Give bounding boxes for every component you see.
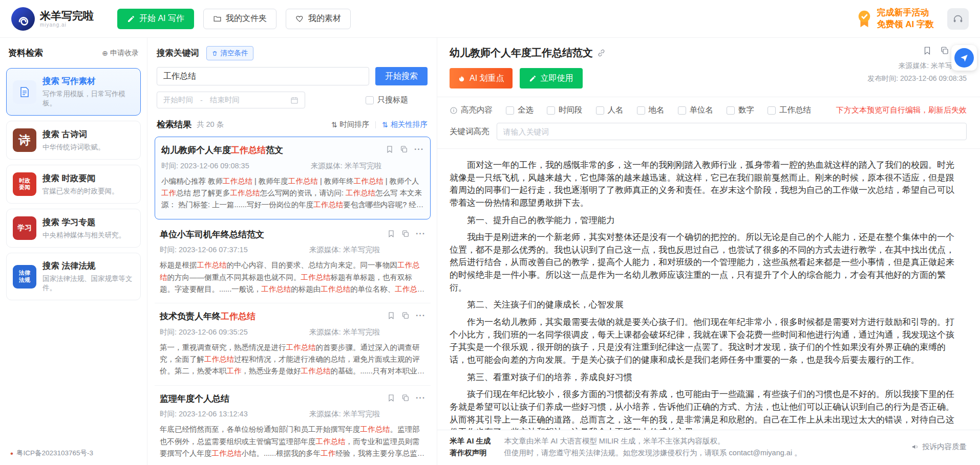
checkbox-icon — [506, 106, 514, 115]
copy-icon[interactable] — [401, 394, 410, 402]
result-source: 来源媒体: 米羊写完啦 — [309, 409, 380, 419]
my-material-button[interactable]: 我的素材 — [286, 9, 351, 29]
pencil-icon — [127, 15, 135, 23]
edit-note: 下方文本预览可自行编辑，刷新后失效 — [836, 105, 967, 115]
bookmark-icon[interactable] — [387, 312, 395, 320]
newbie-promo[interactable]: 完成新手活动 免费领 AI 字数 — [857, 7, 934, 31]
bookmark-icon[interactable] — [387, 394, 395, 402]
sort-by-relevance[interactable]: ⇅ 相关性排序 — [382, 120, 428, 129]
checkbox-icon — [637, 106, 645, 115]
title-only-checkbox[interactable]: 只搜标题 — [366, 95, 408, 105]
keyword-highlight-label: 关键词高亮 — [450, 126, 489, 137]
check-person-name[interactable]: 人名 — [596, 105, 624, 116]
logo-icon — [11, 7, 35, 31]
more-icon[interactable]: ··· — [416, 229, 425, 238]
preview-footer: 米羊 AI 生成 著作权声明 本文章由米羊 AI 大语言模型 MILIR 生成，… — [437, 430, 980, 465]
check-keyword-worksummary[interactable]: 工作总结 — [768, 105, 811, 116]
result-source: 来源媒体: 米羊写完啦 — [309, 245, 380, 255]
trash-icon — [211, 50, 218, 57]
results-count: 共 20 条 — [197, 120, 224, 129]
dot-icon: • — [10, 449, 13, 458]
copy-icon[interactable] — [401, 312, 410, 320]
brand[interactable]: 米羊写完啦 miyang.ai — [11, 7, 94, 31]
document-icon — [13, 80, 36, 104]
support-icon[interactable] — [947, 8, 969, 30]
paragraph: 第二、关注孩子们的健康成长，心智发展 — [450, 299, 956, 312]
result-card[interactable]: 监理年度个人总结 ··· 时间: 2023-12-06 13:12:43 来源媒… — [155, 386, 431, 465]
result-snippet: 年底已经悄然而至，各单位纷纷通知部门和员工开始撰写年度工作总结。监理部也不例外，… — [160, 424, 425, 459]
sidebar-item-laws-regulations[interactable]: 法律法规 搜索 法律法规 国家法律法规、国家规章等文件。 — [6, 253, 141, 300]
copy-icon[interactable] — [400, 145, 408, 153]
sidebar-item-ancient-poetry[interactable]: 诗 搜索 古诗词 中华传统诗词歌赋。 — [6, 121, 141, 160]
more-icon[interactable]: ··· — [416, 393, 425, 403]
result-snippet: 标题是根据工作总结的中心内容、目的要求、总结方向来定。同一事物因工作总结的方向—… — [160, 259, 425, 295]
date-range-input[interactable]: 开始时间 - 结束时间 — [157, 92, 305, 108]
checkbox-icon — [768, 106, 776, 115]
promo-line2: 免费领 AI 字数 — [877, 19, 934, 31]
bookmark-icon[interactable] — [386, 145, 394, 153]
my-folder-button[interactable]: 我的文件夹 — [203, 9, 276, 29]
article-content[interactable]: 面对这一年的工作，我的感慨非常的多，这一年的我刚刚踏入教师行业，孤身带着一腔的热… — [437, 149, 980, 430]
copy-icon[interactable] — [940, 46, 949, 55]
search-input[interactable] — [157, 67, 369, 85]
disclaimer-line1: 本文章由米羊 AI 大语言模型 MILIR 生成，米羊不主张其内容版权。 — [504, 435, 802, 447]
check-select-all[interactable]: 全选 — [506, 105, 534, 116]
preview-panel: 幼儿教师个人年度工作总结范文 AI 划重点 立即使用 — [437, 38, 980, 465]
clear-conditions-button[interactable]: 清空条件 — [206, 46, 253, 60]
result-card[interactable]: 技术负责人年终工作总结 ··· 时间: 2023-12-06 09:35:25 … — [155, 303, 431, 386]
paragraph: 我由于是刚进来的一个新老师，其实对整体还是没有一个确切的把控的。所以无论是自己的… — [450, 231, 956, 294]
preview-publish-time: 发布时间: 2023-12-06 09:08:35 — [867, 72, 967, 85]
calendar-icon — [290, 96, 299, 104]
study-icon: 学习 — [13, 216, 36, 240]
brand-name: 米羊写完啦 — [40, 10, 94, 21]
search-button[interactable]: 开始搜索 — [375, 67, 428, 85]
more-icon[interactable]: ··· — [416, 311, 425, 320]
plus-circle-icon: ⊕ — [102, 49, 108, 57]
checkbox-icon — [547, 106, 555, 115]
pencil-icon — [529, 75, 537, 82]
search-keyword-label: 搜索关键词 — [157, 48, 199, 59]
checkbox-icon — [596, 106, 604, 115]
result-time: 时间: 2023-12-06 09:35:25 — [160, 327, 248, 337]
bookmark-icon[interactable] — [387, 230, 395, 238]
keyword-highlight-input[interactable] — [497, 123, 967, 140]
preview-title: 幼儿教师个人年度工作总结范文 — [450, 46, 593, 60]
paragraph: 第一、提升自己的教学能力，管理能力 — [450, 214, 956, 227]
sort-icon: ⇅ — [382, 121, 388, 129]
bookmark-icon[interactable] — [923, 46, 932, 55]
check-place-name[interactable]: 地名 — [637, 105, 665, 116]
sidebar-item-writing-material[interactable]: 搜索 写作素材 写作常用模版，日常写作模板。 — [6, 68, 141, 116]
ai-highlight-button[interactable]: AI 划重点 — [450, 68, 513, 88]
link-icon[interactable] — [597, 49, 606, 57]
search-results-panel: 搜索关键词 清空条件 开始搜索 开始时间 - 结束时间 只搜标题 检索结果 — [147, 38, 437, 465]
result-title: 技术负责人年终工作总结 — [160, 311, 382, 323]
topbar: 米羊写完啦 miyang.ai 开始 AI 写作 我的文件夹 我的素材 完成新手… — [0, 0, 980, 38]
ai-generated-label: 米羊 AI 生成 — [450, 435, 491, 447]
result-time: 时间: 2023-12-06 09:08:35 — [161, 161, 249, 171]
results-list[interactable]: 幼儿教师个人年度工作总结范文 ··· 时间: 2023-12-06 09:08:… — [147, 136, 437, 465]
brand-subtitle: miyang.ai — [40, 22, 94, 28]
divider — [375, 121, 376, 128]
sort-by-time[interactable]: ⇅ 时间排序 — [331, 120, 369, 129]
result-card[interactable]: 单位小车司机年终总结范文 ··· 时间: 2023-12-06 07:37:15… — [155, 222, 431, 304]
more-icon[interactable]: ··· — [414, 145, 424, 154]
reward-badge-icon — [857, 10, 872, 28]
check-org-name[interactable]: 单位名 — [678, 105, 714, 116]
result-source: 来源媒体: 米羊写完啦 — [309, 327, 380, 337]
sidebar-item-study-topics[interactable]: 学习 搜索 学习专题 中央精神媒体与相关研究。 — [6, 209, 141, 248]
copy-icon[interactable] — [401, 230, 410, 238]
results-title: 检索结果 — [157, 119, 191, 130]
check-number[interactable]: 数字 — [727, 105, 754, 116]
result-card[interactable]: 幼儿教师个人年度工作总结范文 ··· 时间: 2023-12-06 09:08:… — [155, 137, 431, 219]
check-time-range[interactable]: 时间段 — [547, 105, 583, 116]
report-content-button[interactable]: 投诉内容质量 — [911, 442, 967, 452]
copyright-label: 著作权声明 — [450, 447, 491, 458]
apply-inclusion-link[interactable]: ⊕ 申请收录 — [102, 49, 139, 58]
floating-assistant-widget[interactable] — [951, 45, 977, 71]
heart-icon — [295, 14, 304, 23]
disclaimer-line2: 但使用时，请您遵守相关法律法规。如您发现涉嫌侵权行为，请联系 contact@m… — [504, 447, 802, 459]
info-icon — [450, 106, 458, 115]
start-ai-writing-button[interactable]: 开始 AI 写作 — [117, 9, 194, 29]
sidebar-item-current-politics[interactable]: 时政要闻 搜索 时政要闻 官媒已发布的时政要闻。 — [6, 165, 141, 204]
use-now-button[interactable]: 立即使用 — [520, 68, 583, 88]
